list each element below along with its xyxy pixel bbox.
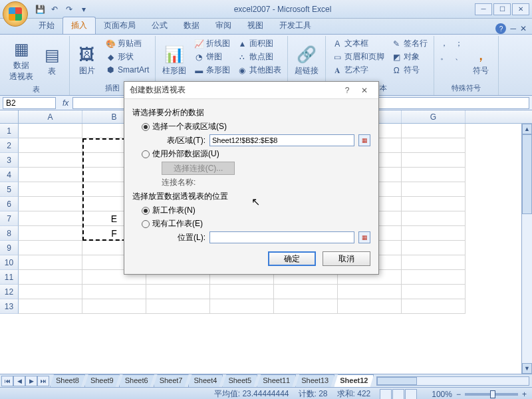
sheet-tab[interactable]: Sheet9	[84, 374, 120, 387]
col-header[interactable]: G	[402, 110, 466, 123]
qat-dropdown-icon[interactable]: ▾	[77, 3, 90, 16]
name-box[interactable]	[3, 97, 56, 109]
zoom-thumb[interactable]	[490, 390, 495, 398]
fx-icon[interactable]: fx	[59, 98, 72, 108]
header-footer-button[interactable]: ▭页眉和页脚	[330, 51, 386, 63]
radio-external-source[interactable]: 使用外部数据源(U)	[142, 148, 370, 160]
dialog-titlebar[interactable]: 创建数据透视表 ? ✕	[124, 82, 378, 99]
cancel-button[interactable]: 取消	[323, 251, 370, 266]
save-icon[interactable]: 💾	[33, 3, 47, 16]
radio-new-sheet[interactable]: 新工作表(N)	[142, 205, 370, 216]
maximize-button[interactable]: ☐	[493, 3, 511, 15]
row-header[interactable]: 12	[0, 285, 19, 299]
scroll-up-icon[interactable]: ▲	[522, 124, 532, 134]
ok-button[interactable]: 确定	[268, 251, 316, 266]
scroll-thumb[interactable]	[377, 377, 417, 385]
normal-view-icon[interactable]	[380, 389, 392, 400]
radio-select-range[interactable]: 选择一个表或区域(S)	[142, 121, 370, 132]
symbol-dun-button[interactable]: 、	[453, 51, 465, 63]
cell[interactable]	[146, 299, 210, 314]
tab-insert[interactable]: 插入	[63, 17, 96, 34]
cell[interactable]	[19, 285, 82, 299]
symbol-button[interactable]: Ω符号	[389, 64, 430, 76]
tab-home[interactable]: 开始	[31, 17, 63, 34]
select-all-corner[interactable]	[0, 110, 19, 123]
zoom-in-icon[interactable]: +	[522, 390, 527, 399]
cell[interactable]	[19, 138, 82, 153]
cell[interactable]	[210, 285, 274, 299]
row-header[interactable]: 2	[0, 138, 19, 153]
clipart-button[interactable]: 🎨剪贴画	[103, 37, 151, 50]
cell[interactable]	[274, 299, 338, 314]
undo-icon[interactable]: ↶	[48, 3, 61, 16]
scatter-chart-button[interactable]: ∴散点图	[235, 51, 283, 63]
cell[interactable]	[402, 226, 466, 241]
cell[interactable]	[146, 285, 210, 299]
tab-view[interactable]: 视图	[239, 17, 271, 34]
zoom-slider[interactable]	[465, 393, 518, 396]
row-header[interactable]: 8	[0, 226, 19, 241]
first-sheet-icon[interactable]: ⏮	[1, 376, 13, 386]
row-header[interactable]: 9	[0, 241, 19, 255]
special-symbol-button[interactable]: ，符号	[467, 37, 494, 82]
object-button[interactable]: ◩对象	[389, 51, 430, 63]
cell[interactable]	[402, 299, 466, 314]
table-button[interactable]: ▤表	[39, 37, 65, 84]
dialog-help-icon[interactable]: ?	[338, 86, 356, 95]
column-chart-button[interactable]: 📊柱形图	[160, 37, 189, 82]
cell[interactable]	[19, 124, 82, 138]
sheet-tab[interactable]: Sheet5	[222, 374, 257, 387]
prev-sheet-icon[interactable]: ◀	[13, 376, 25, 386]
cell[interactable]	[19, 255, 82, 270]
workbook-close-icon[interactable]: ✕	[520, 24, 527, 33]
sheet-tab[interactable]: Sheet11	[257, 374, 296, 387]
symbol-comma-button[interactable]: ，	[438, 37, 450, 50]
sheet-tab[interactable]: Sheet4	[188, 374, 223, 387]
signature-button[interactable]: ✎签名行	[389, 37, 430, 50]
collapse-dialog-icon[interactable]: ▦	[358, 231, 370, 243]
location-input[interactable]	[209, 231, 354, 243]
cell[interactable]	[19, 182, 82, 197]
cell[interactable]	[19, 299, 82, 314]
collapse-dialog-icon[interactable]: ▦	[358, 134, 370, 146]
symbol-semicolon-button[interactable]: ；	[453, 37, 465, 50]
row-header[interactable]: 11	[0, 270, 19, 285]
cell[interactable]	[402, 270, 466, 285]
row-header[interactable]: 6	[0, 197, 19, 211]
row-header[interactable]: 13	[0, 299, 19, 314]
vertical-scrollbar[interactable]: ▲ ▼	[521, 124, 532, 374]
next-sheet-icon[interactable]: ▶	[25, 376, 37, 386]
ribbon-minimize-icon[interactable]: ─	[510, 24, 516, 33]
cell[interactable]	[19, 197, 82, 211]
textbox-button[interactable]: A文本框	[330, 37, 386, 50]
area-chart-button[interactable]: ▲面积图	[235, 37, 283, 50]
cell[interactable]	[274, 285, 338, 299]
tab-review[interactable]: 审阅	[207, 17, 239, 34]
smartart-button[interactable]: ⬢SmartArt	[103, 64, 151, 76]
tab-formulas[interactable]: 公式	[144, 17, 176, 34]
tab-page-layout[interactable]: 页面布局	[96, 17, 144, 34]
radio-existing-sheet[interactable]: 现有工作表(E)	[142, 218, 370, 229]
cell[interactable]	[210, 299, 274, 314]
row-header[interactable]: 1	[0, 124, 19, 138]
scroll-down-icon[interactable]: ▼	[522, 363, 532, 374]
cell[interactable]	[402, 182, 466, 197]
cell[interactable]	[19, 168, 82, 182]
cell[interactable]	[82, 285, 146, 299]
last-sheet-icon[interactable]: ⏭	[37, 376, 49, 386]
sheet-tab[interactable]: Sheet12	[334, 374, 374, 387]
tab-data[interactable]: 数据	[176, 17, 207, 34]
symbol-period-button[interactable]: 。	[438, 51, 450, 63]
range-input[interactable]	[209, 134, 354, 146]
redo-icon[interactable]: ↷	[63, 3, 76, 16]
close-button[interactable]: ✕	[512, 3, 529, 15]
cell[interactable]	[338, 299, 402, 314]
cell[interactable]	[19, 211, 82, 226]
cell[interactable]	[402, 153, 466, 168]
minimize-button[interactable]: ─	[475, 3, 492, 15]
scroll-thumb[interactable]	[522, 134, 532, 214]
row-header[interactable]: 4	[0, 168, 19, 182]
tab-developer[interactable]: 开发工具	[271, 17, 319, 34]
sheet-tab[interactable]: Sheet6	[119, 374, 154, 387]
cell[interactable]	[402, 168, 466, 182]
